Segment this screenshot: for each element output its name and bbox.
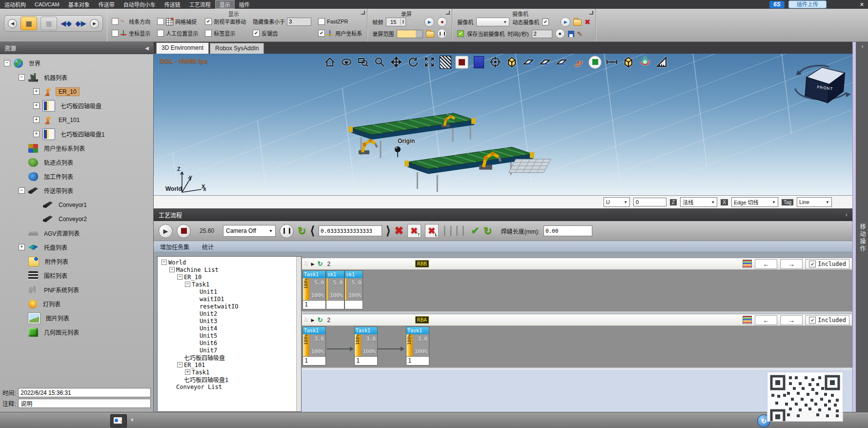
checkbox-grid-snap[interactable]: 网格捕捉 xyxy=(157,17,198,26)
task-tree-item[interactable]: ER_101 xyxy=(160,361,296,368)
checkbox-manual-position[interactable]: 人工位置显示 xyxy=(157,29,198,38)
chevron-down-icon[interactable]: ▼ xyxy=(130,417,135,423)
block-count-cell[interactable]: 1 xyxy=(303,356,325,365)
camera-mode-select[interactable]: Camera Off▼ xyxy=(223,225,276,237)
task-tree-item[interactable]: ER_10 xyxy=(160,273,296,281)
menu-item[interactable]: 基本对象 xyxy=(64,0,94,9)
measure-icon[interactable] xyxy=(606,56,618,68)
camera-play-button[interactable]: ▶ xyxy=(561,17,570,27)
camera-stop-button[interactable]: ■ xyxy=(555,29,565,39)
expander-icon[interactable] xyxy=(161,260,167,265)
move-right-button[interactable]: → xyxy=(780,315,803,325)
expander-icon[interactable] xyxy=(4,60,10,66)
refresh-icon[interactable]: ↻ xyxy=(298,225,306,237)
note-input[interactable] xyxy=(18,399,151,408)
expander-icon[interactable] xyxy=(177,274,182,280)
record-range-swatch[interactable] xyxy=(397,30,423,38)
record-stop-button[interactable]: ■ xyxy=(437,17,447,27)
section-hatch-icon[interactable] xyxy=(440,56,451,69)
included-checkbox[interactable]: Included xyxy=(806,315,849,325)
plane-blue-icon[interactable] xyxy=(474,56,484,68)
expander-icon[interactable] xyxy=(19,74,25,81)
expander-icon[interactable] xyxy=(185,369,190,375)
task-tree-item[interactable]: Unit4 xyxy=(160,325,296,332)
tree-item[interactable]: 七巧板四轴吸盘1 xyxy=(0,127,153,141)
task-tree-item[interactable]: World xyxy=(160,259,296,266)
tree-item[interactable]: 加工件列表 xyxy=(0,169,153,183)
task-tree-item[interactable]: Unit3 xyxy=(160,317,296,325)
step-forward-icon[interactable]: ⟩ xyxy=(386,225,390,237)
edge-select[interactable]: Edge 切线▼ xyxy=(731,197,778,207)
expander-icon[interactable] xyxy=(19,244,25,250)
rotate-icon[interactable] xyxy=(406,56,419,68)
tree-item[interactable]: 图片列表 xyxy=(0,311,153,325)
task-tree-item[interactable]: 七巧板四轴吸盘1 xyxy=(160,376,296,383)
menu-item[interactable]: 工艺流程 xyxy=(185,0,215,9)
task-block[interactable]: Task1 100% 5.0100% 1 xyxy=(303,270,326,309)
tree-item[interactable]: 机器列表 xyxy=(0,70,153,84)
panel-collapse-icon[interactable]: ‹ xyxy=(846,211,848,218)
layout-grid-button[interactable]: ▦ xyxy=(20,17,37,30)
skip-forward-icon[interactable]: ◆▶ xyxy=(75,19,86,28)
expander-icon[interactable] xyxy=(33,102,40,109)
u-value-input[interactable] xyxy=(633,198,666,206)
pan-icon[interactable] xyxy=(390,56,403,68)
delete-append-button[interactable]: ✖L xyxy=(425,224,439,238)
clip-plane-3-icon[interactable] xyxy=(555,56,568,68)
tree-item[interactable]: AGV资源列表 xyxy=(0,226,153,240)
save-camera-checkbox[interactable] xyxy=(457,30,464,37)
record-pause-button[interactable] xyxy=(437,29,447,39)
checkbox-user-coord[interactable]: 用户坐标系 xyxy=(318,29,362,38)
clip-plane-2-icon[interactable] xyxy=(539,56,551,68)
drag-handle-icon[interactable]: ⁞⁞ xyxy=(304,261,308,266)
protractor-icon[interactable] xyxy=(655,56,668,68)
u-select[interactable]: U▼ xyxy=(604,197,630,207)
tree-item[interactable]: 附件列表 xyxy=(0,254,153,268)
task-tree-item[interactable]: 七巧板四轴吸盘 xyxy=(160,354,296,361)
move-left-button[interactable]: ← xyxy=(755,315,777,325)
task-block[interactable]: Task1 100% 3.8100% 1 xyxy=(354,326,378,366)
home-icon[interactable] xyxy=(323,56,336,68)
nav-prev-button[interactable]: ◀ xyxy=(8,19,17,28)
clip-box-icon[interactable] xyxy=(505,56,518,68)
sidebar-collapse-icon[interactable]: ◀ xyxy=(145,45,149,51)
included-checkbox[interactable]: Included xyxy=(806,259,849,269)
expander-icon[interactable] xyxy=(33,88,40,95)
dynamic-camera-checkbox[interactable] xyxy=(542,19,549,25)
task-block[interactable]: sk1 5.0100% xyxy=(344,270,363,309)
checkbox-antialias[interactable]: 反锯齿 xyxy=(253,29,311,38)
delete-insert-button[interactable]: ✖T xyxy=(407,224,421,238)
checkbox-fastzpr[interactable]: FastZPR xyxy=(318,17,362,26)
menu-item[interactable]: 插件 xyxy=(235,0,254,9)
row-play-icon[interactable]: ▶ xyxy=(311,262,315,266)
task-tree-item[interactable]: resetwaitIO xyxy=(160,303,296,310)
block-count-cell[interactable]: 1 xyxy=(406,356,429,365)
dock-expand-icon[interactable]: › xyxy=(862,43,864,50)
task-tree-item[interactable]: Task1 xyxy=(160,368,296,376)
layout-grid-alt-button[interactable]: ▦ xyxy=(40,17,57,30)
close-icon[interactable]: ✕ xyxy=(860,1,864,8)
checkbox-coord-display[interactable]: 坐标显示 xyxy=(112,29,150,38)
time-input[interactable] xyxy=(18,388,151,397)
tree-item[interactable]: ER_101 xyxy=(0,113,153,127)
menu-item[interactable]: 显示 xyxy=(215,0,235,9)
checkbox-line-direction[interactable]: 线条方向 xyxy=(112,17,150,26)
tree-item[interactable]: ER_10 xyxy=(0,84,153,99)
weld-length-input[interactable] xyxy=(544,225,592,236)
sim-play-button[interactable]: ▶ xyxy=(159,224,173,238)
checkbox-label-display[interactable]: 标签显示 xyxy=(205,29,246,38)
task-tree-item[interactable]: Task1 xyxy=(160,281,296,288)
zoom-icon[interactable] xyxy=(373,56,386,68)
expander-icon[interactable] xyxy=(33,117,40,123)
sim-pause-button[interactable] xyxy=(280,224,294,238)
user-edit-button[interactable] xyxy=(110,414,127,428)
task-tree-item[interactable]: Unit6 xyxy=(160,339,296,346)
expander-icon[interactable] xyxy=(19,187,25,194)
checkbox-section-plane-move[interactable]: 剖视平面移动 xyxy=(205,17,246,26)
camera-folder-icon[interactable] xyxy=(573,20,582,26)
target-icon[interactable] xyxy=(489,56,502,68)
tree-item[interactable]: Conveyor1 xyxy=(0,198,153,212)
expander-icon[interactable] xyxy=(185,282,190,287)
3d-scene[interactable] xyxy=(154,54,852,195)
orbit-camera-icon[interactable] xyxy=(639,56,651,68)
